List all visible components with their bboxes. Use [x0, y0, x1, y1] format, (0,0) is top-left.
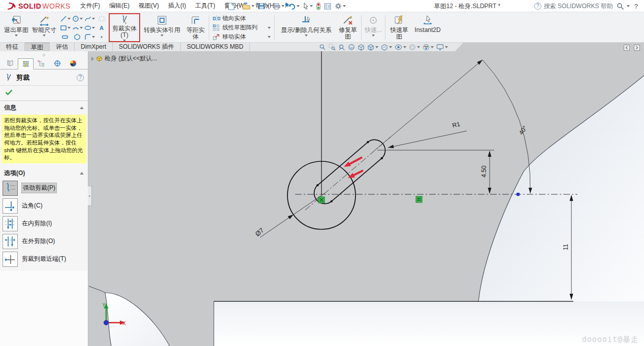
- menu-insert[interactable]: 插入(I): [164, 0, 190, 12]
- print-button[interactable]: [272, 3, 285, 10]
- section-tools-icon[interactable]: [358, 44, 365, 51]
- repair-sketch-button[interactable]: 修复草图: [336, 13, 360, 42]
- previous-view-icon[interactable]: [338, 44, 345, 51]
- hide-show-items-icon[interactable]: [395, 44, 406, 51]
- apply-scene-icon[interactable]: [423, 44, 434, 51]
- open-button[interactable]: [241, 3, 255, 10]
- display-style-icon[interactable]: [381, 44, 392, 51]
- dim-text-450[interactable]: 4.50: [480, 165, 488, 178]
- panel-resize-grip[interactable]: [43, 54, 45, 56]
- option-power-trim[interactable]: 强劲剪裁(P): [3, 181, 85, 196]
- menu-view[interactable]: 视图(V): [134, 0, 164, 12]
- dim-text-11[interactable]: 11: [562, 244, 569, 250]
- part-icon: [96, 55, 103, 62]
- ok-check-icon[interactable]: [5, 89, 13, 95]
- save-button[interactable]: [257, 3, 270, 10]
- property-manager-tab[interactable]: [18, 58, 34, 70]
- repair-sketch-icon: [342, 15, 353, 26]
- search-input[interactable]: [544, 3, 614, 10]
- tab-mbd[interactable]: SOLIDWORKS MBD: [181, 43, 250, 51]
- horizontal-constraint-badge[interactable]: [416, 196, 422, 202]
- quick-snaps-button[interactable]: 快速...: [363, 13, 383, 42]
- collapse-chevron-icon: [80, 107, 84, 109]
- dimxpert-manager-tab[interactable]: [49, 58, 65, 69]
- rapid-sketch-button[interactable]: 快速草图: [387, 13, 411, 42]
- manager-pane-tabs: [0, 57, 88, 70]
- help-circle-icon: ?: [534, 3, 541, 10]
- rectangle-tool[interactable]: [59, 23, 71, 32]
- mirror-entities-button[interactable]: 镜向实体: [212, 14, 272, 23]
- view-orientation-icon[interactable]: [367, 44, 378, 51]
- exit-sketch-icon: [11, 15, 22, 26]
- option-corner[interactable]: 边角(C): [3, 198, 85, 214]
- text-tool[interactable]: A: [95, 23, 108, 32]
- undo-button[interactable]: [287, 3, 301, 10]
- search-icon[interactable]: [617, 3, 624, 10]
- convert-entities-button[interactable]: 转换实体引用: [140, 13, 184, 42]
- option-trim-away-inside[interactable]: 在内剪除(I): [3, 216, 85, 231]
- tab-evaluate[interactable]: 评估: [50, 43, 75, 51]
- search-scope-caret[interactable]: [627, 5, 630, 7]
- move-entities-icon: [213, 33, 220, 40]
- search-area: ? ?: [534, 0, 642, 12]
- solidworks-window: SOLIDWORKS 文件(F) 编辑(E) 视图(V) 插入(I) 工具(T)…: [0, 0, 644, 346]
- options-gear-button[interactable]: [334, 3, 347, 10]
- trim-options-list: 强劲剪裁(P) 边角(C) 在内剪除(I) 在外剪除(O) 剪裁到最近端(T): [0, 180, 88, 271]
- configuration-manager-tab[interactable]: [34, 58, 49, 69]
- part-face-bottom[interactable]: [214, 301, 644, 346]
- feature-tree-tab[interactable]: [2, 58, 18, 69]
- zoom-fit-icon[interactable]: [319, 44, 326, 51]
- smart-dimension-button[interactable]: 智能尺寸: [30, 13, 58, 42]
- arc-tool[interactable]: [71, 23, 83, 32]
- document-tree-overlay[interactable]: 枪身 (默认<<默认...: [91, 54, 157, 63]
- select-cursor-button[interactable]: [302, 3, 314, 10]
- menu-file[interactable]: 文件(F): [76, 0, 105, 12]
- selected-sketch-point[interactable]: [517, 193, 520, 196]
- linear-sketch-pattern-button[interactable]: 线性草图阵列: [212, 23, 272, 32]
- spline-tool[interactable]: [83, 14, 95, 23]
- mirror-entities-icon: [213, 15, 220, 22]
- option-trim-away-outside[interactable]: 在外剪除(O): [3, 234, 85, 249]
- zoom-area-icon[interactable]: [329, 44, 336, 51]
- options-section-header[interactable]: 选项(O): [0, 166, 88, 180]
- polygon-tool[interactable]: [71, 32, 83, 42]
- graphics-area[interactable]: 枪身 (默认<<默认...: [88, 51, 644, 346]
- ellipse-tool[interactable]: [83, 23, 95, 32]
- offset-entities-button[interactable]: 等距实体: [184, 13, 207, 42]
- tab-sketch[interactable]: 草图: [25, 43, 50, 51]
- tab-dimxpert[interactable]: DimXpert: [75, 43, 113, 51]
- exit-sketch-button[interactable]: 退出草图: [2, 13, 30, 42]
- tab-addins[interactable]: SOLIDWORKS 插件: [113, 43, 181, 51]
- edit-appearance-icon[interactable]: [409, 44, 420, 51]
- view-settings-icon[interactable]: [436, 44, 448, 51]
- menu-edit[interactable]: 编辑(E): [105, 0, 134, 12]
- move-entities-button[interactable]: 移动实体: [212, 32, 272, 41]
- point-tool[interactable]: [95, 32, 108, 42]
- trim-entities-button[interactable]: 剪裁实体(T): [109, 13, 140, 42]
- display-delete-relations-button[interactable]: 显示/删除几何关系: [276, 13, 336, 42]
- sketch-entities-group: A: [59, 13, 108, 42]
- selection-filter-icon[interactable]: [315, 3, 321, 10]
- circle-tool[interactable]: [71, 14, 83, 23]
- option-trim-to-closest[interactable]: 剪裁到最近端(T): [3, 252, 85, 267]
- info-section-header[interactable]: 信息: [0, 101, 88, 114]
- line-tool[interactable]: [59, 14, 71, 23]
- trim-outside-icon: [3, 234, 18, 249]
- expand-triangle-icon[interactable]: [91, 57, 94, 61]
- slot-tool[interactable]: [59, 32, 71, 42]
- panel-help-icon[interactable]: ?: [77, 74, 84, 81]
- fillet-tool[interactable]: [83, 32, 95, 42]
- sketch-canvas[interactable]: 4.50 11 40° R1 Ø7: [88, 51, 644, 346]
- help-menu[interactable]: ?: [632, 3, 640, 10]
- collapse-chevron-icon: [80, 172, 84, 175]
- panel-splitter-handle[interactable]: [88, 186, 92, 206]
- tab-features[interactable]: 特征: [0, 43, 25, 51]
- section-view-icon[interactable]: [348, 44, 355, 51]
- construction-tool[interactable]: [95, 14, 108, 23]
- instant2d-button[interactable]: Instant2D: [411, 13, 444, 42]
- task-pane-icon[interactable]: [323, 3, 332, 10]
- menu-tools[interactable]: 工具(T): [190, 0, 219, 12]
- new-document-button[interactable]: [227, 3, 240, 10]
- display-manager-tab[interactable]: [65, 58, 81, 69]
- coincident-constraint-badge[interactable]: [318, 197, 325, 203]
